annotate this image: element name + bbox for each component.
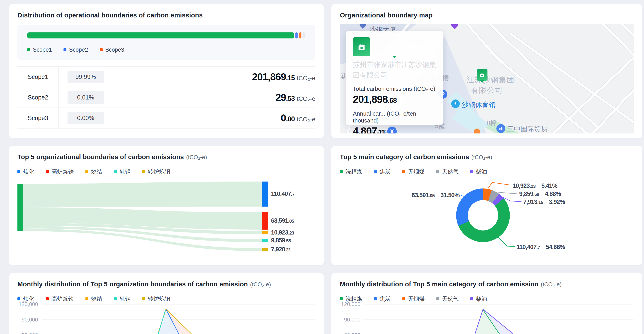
scope-row-label: Scope2 — [18, 88, 58, 108]
bar-segment-scope3 — [299, 32, 302, 38]
card-monthly-boundaries: Monthly distribution of Top 5 organizati… — [9, 273, 324, 334]
popup-annual-label: Annual car... (tCO₂-e/ten thousand) — [353, 110, 436, 124]
scope-table: Scope1 99.99% 201,869.15 tCO₂-e Scope2 0… — [18, 66, 315, 128]
scope-value: 201,869.15 — [252, 71, 295, 83]
map-label-company-line2: 有限公司 — [471, 85, 503, 96]
map-label-company-line1: 江苏沙钢集团 — [466, 75, 515, 85]
donut-legend: 洗精煤 焦炭 无烟煤 天然气 柴油 — [340, 168, 634, 175]
sankey-value-label: 63,591.05 — [271, 217, 294, 224]
legend-chip — [340, 297, 343, 300]
legend-item[interactable]: 轧钢 — [114, 295, 130, 302]
legend-chip — [18, 297, 20, 300]
legend-item[interactable]: 天然气 — [436, 295, 459, 302]
donut-ring[interactable] — [456, 188, 510, 242]
legend-item[interactable]: 转炉炼钢 — [142, 295, 170, 302]
card-title: Organizational boundary map — [340, 12, 634, 19]
legend-chip — [142, 170, 145, 173]
scope-unit: tCO₂-e — [297, 75, 316, 82]
donut-chart[interactable]: 10,923.235.41% 9,859.584.88% 7,913.153.9… — [340, 176, 634, 262]
sankey-chart[interactable]: 110,407.7 63,591.05 10,923.23 9,859.58 7… — [18, 182, 315, 258]
legend-item[interactable]: 烧结 — [86, 168, 102, 175]
legend-item[interactable]: 无烟煤 — [402, 168, 425, 175]
factory-icon — [356, 42, 367, 52]
scope-value: 29.53 — [276, 92, 295, 103]
legend-chip — [340, 170, 343, 173]
card-top5-boundaries: Top 5 organizational boundaries of carbo… — [9, 146, 324, 265]
line-legend: 洗精煤 焦炭 无烟煤 天然气 柴油 — [340, 295, 634, 302]
legend-chip — [402, 297, 405, 300]
title-unit: (tCO₂-e) — [186, 154, 207, 160]
legend-chip — [64, 48, 66, 51]
legend-chip — [470, 297, 473, 300]
table-row: Scope1 99.99% 201,869.15 tCO₂-e — [18, 67, 315, 88]
company-marker-icon[interactable] — [477, 69, 488, 81]
card-title: Distribution of operational boundaries o… — [18, 12, 315, 19]
legend-label: Scope2 — [69, 46, 88, 53]
sankey-legend: 焦化 高炉炼铁 烧结 轧钢 转炉炼钢 — [18, 168, 315, 175]
legend-chip — [374, 170, 377, 173]
legend-chip — [18, 170, 20, 173]
scope-percent-badge: 99.99% — [68, 71, 104, 83]
legend-item[interactable]: 轧钢 — [114, 168, 130, 175]
sankey-value-label: 110,407.7 — [271, 190, 294, 198]
sankey-value-label: 10,923.23 — [271, 229, 294, 236]
map-label-stadium: 沙钢体育馆 — [462, 100, 496, 110]
legend-chip — [46, 170, 49, 173]
legend-chip — [86, 170, 88, 173]
popup-total-value: 201,898.68 — [353, 93, 436, 105]
legend-chip — [86, 297, 88, 300]
trade-building-icon — [496, 124, 505, 133]
popup-company-name: 苏州市张家港市江苏沙钢集团有限公司 — [353, 60, 436, 80]
legend-item[interactable]: 烧结 — [86, 295, 102, 302]
legend-item-scope2[interactable]: Scope2 — [64, 46, 88, 53]
legend-chip — [27, 48, 30, 51]
legend-item[interactable]: 焦化 — [18, 168, 34, 175]
legend-chip — [436, 297, 439, 300]
legend-item[interactable]: 柴油 — [470, 295, 487, 302]
map-canvas[interactable]: 28号楼 1号楼 46号楼 新村 科技大楼 沙钢大厦 P 江苏沙钢集团 有限公司 — [340, 24, 634, 134]
legend-label: Scope1 — [33, 46, 52, 53]
map-popup: 苏州市张家港市江苏沙钢集团有限公司 Total carbon emissions… — [346, 31, 443, 126]
legend-item[interactable]: 无烟煤 — [402, 295, 425, 302]
line-legend: 焦化 高炉炼铁 烧结 轧钢 转炉炼钢 — [18, 295, 315, 302]
legend-item[interactable]: 柴油 — [470, 168, 487, 175]
legend-chip — [100, 48, 103, 51]
card-monthly-categories: Monthly distribution of Top 5 main categ… — [332, 273, 642, 334]
donut-hole — [468, 200, 498, 230]
legend-item-scope1[interactable]: Scope1 — [27, 46, 52, 53]
popup-annual-value: 4,807.11 — [353, 125, 436, 134]
scope-value: 0.00 — [281, 112, 294, 124]
legend-chip — [402, 170, 405, 173]
legend-item-scope3[interactable]: Scope3 — [100, 46, 124, 53]
line-series-svg — [340, 304, 634, 334]
card-title: Top 5 organizational boundaries of carbo… — [18, 153, 184, 160]
legend-item[interactable]: 高炉炼铁 — [46, 295, 74, 302]
legend-item[interactable]: 洗精煤 — [340, 168, 362, 175]
line-chart[interactable]: 120,000 90,000 60,000 — [340, 304, 634, 334]
card-top5-categories: Top 5 main category of carbon emissions(… — [332, 146, 642, 265]
legend-item[interactable]: 高炉炼铁 — [46, 168, 74, 175]
scope-legend: Scope1 Scope2 Scope3 — [27, 46, 306, 53]
card-scope-distribution: Distribution of operational boundaries o… — [9, 4, 324, 138]
dashboard: Distribution of operational boundaries o… — [0, 0, 644, 334]
line-chart[interactable]: 120,000 90,000 60,000 — [18, 304, 315, 334]
scope-unit: tCO₂-e — [297, 96, 316, 102]
card-title: Monthly distribution of Top 5 main categ… — [340, 280, 538, 288]
legend-item[interactable]: 天然气 — [436, 168, 459, 175]
popup-marker-icon — [353, 37, 436, 56]
table-row: Scope3 0.00% 0.00 tCO₂-e — [18, 108, 315, 128]
bar-segment-scope1 — [27, 32, 294, 38]
card-boundary-map: Organizational boundary map — [332, 4, 642, 138]
sankey-value-label: 9,859.58 — [271, 237, 291, 244]
pie-label-diesel: 7,913.153.92% — [523, 198, 565, 206]
bar-track-remainder — [302, 32, 306, 38]
scope-stacked-bar — [27, 32, 306, 38]
legend-item[interactable]: 焦炭 — [374, 295, 391, 302]
pie-label-coke: 63,591.0531.50% — [415, 192, 460, 199]
scope-unit: tCO₂-e — [297, 116, 316, 123]
legend-item[interactable]: 焦炭 — [374, 168, 391, 175]
line-series-svg — [18, 304, 315, 334]
legend-item[interactable]: 转炉炼钢 — [142, 168, 170, 175]
title-unit: (tCO₂-e) — [471, 154, 492, 160]
map-label-trade-line1: 三中国际贸易 — [507, 124, 548, 134]
